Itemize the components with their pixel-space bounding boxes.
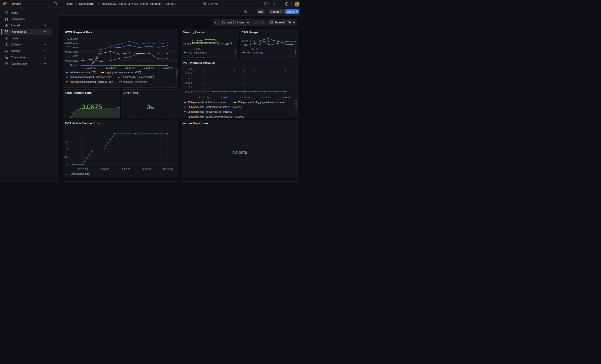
svg-text:?: ? xyxy=(286,3,287,5)
